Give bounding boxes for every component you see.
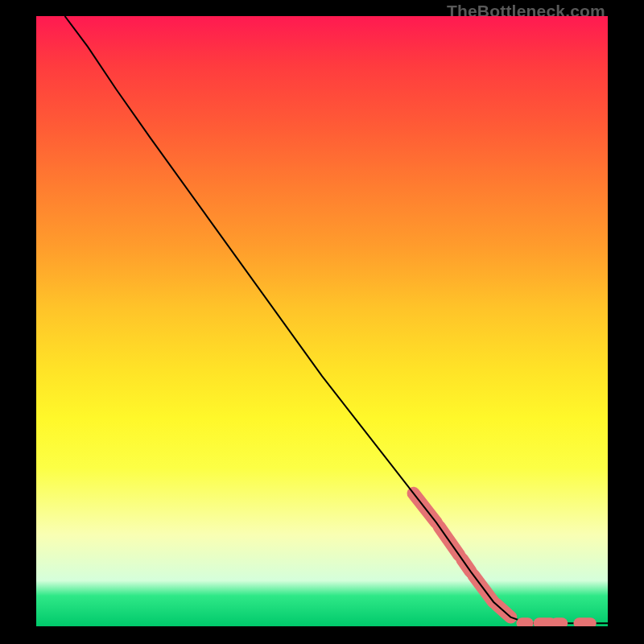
main-curve <box>65 16 609 623</box>
plot-area <box>36 16 608 626</box>
chart-container: TheBottleneck.com <box>0 0 644 644</box>
chart-svg <box>36 16 608 626</box>
